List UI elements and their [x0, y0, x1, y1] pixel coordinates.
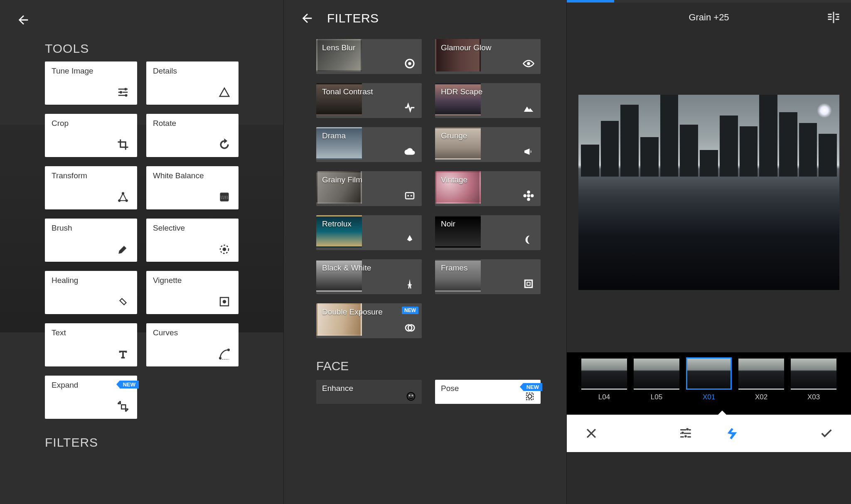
filter-black-white[interactable]: Black & White	[316, 259, 422, 294]
face-pose[interactable]: Pose NEW	[435, 380, 541, 404]
preset-x03[interactable]: X03	[791, 357, 836, 401]
text-icon	[116, 347, 130, 361]
tool-text[interactable]: Text	[45, 323, 137, 366]
filter-vintage[interactable]: Vintage	[435, 171, 541, 206]
filter-label: Grunge	[441, 131, 535, 140]
filters-header: FILTERS	[327, 11, 379, 25]
wb-icon	[217, 189, 232, 204]
eiffel-icon	[403, 278, 416, 290]
preview-image[interactable]	[578, 95, 839, 290]
apply-button[interactable]	[819, 425, 834, 441]
face-pose-icon	[524, 391, 536, 402]
filter-label: Lens Blur	[322, 43, 416, 52]
section-filters-title: FILTERS	[45, 435, 283, 450]
filter-label: Grainy Film	[322, 175, 416, 184]
filter-grainy-film[interactable]: Grainy Film	[316, 171, 422, 206]
preset-x01[interactable]: X01	[686, 357, 732, 401]
filter-hdr-scape[interactable]: HDR Scape	[435, 83, 541, 118]
tool-rotate[interactable]: Rotate	[146, 114, 239, 157]
filter-drama[interactable]: Drama	[316, 127, 422, 162]
tool-label: Rotate	[153, 119, 232, 128]
mountains-icon	[522, 101, 535, 114]
filter-noir[interactable]: Noir	[435, 215, 541, 250]
tool-healing[interactable]: Healing	[45, 271, 137, 314]
filter-grunge[interactable]: Grunge	[435, 127, 541, 162]
tool-label: Text	[52, 328, 130, 337]
face-label: Enhance	[322, 384, 416, 393]
crop-icon	[116, 137, 130, 152]
filter-double-exposure[interactable]: Double Exposure NEW	[316, 303, 422, 338]
tool-selective[interactable]: Selective	[146, 219, 239, 262]
tool-label: Transform	[52, 171, 130, 180]
face-enhance[interactable]: Enhance	[316, 380, 422, 404]
transform-icon	[116, 189, 130, 204]
section-tools-title: TOOLS	[45, 42, 283, 56]
tool-white-balance[interactable]: White Balance	[146, 166, 239, 209]
preset-label: X02	[755, 393, 767, 401]
filter-label: Noir	[441, 219, 535, 229]
tool-curves[interactable]: Curves	[146, 323, 239, 366]
back-button[interactable]	[299, 10, 315, 27]
back-button[interactable]	[15, 12, 32, 28]
preset-thumb	[686, 357, 732, 390]
tool-label: Curves	[153, 328, 232, 337]
section-face-title: FACE	[316, 359, 566, 373]
tool-brush[interactable]: Brush	[45, 219, 137, 262]
filter-lens-blur[interactable]: Lens Blur	[316, 39, 422, 74]
preset-thumb	[581, 357, 627, 390]
compare-icon[interactable]	[826, 10, 843, 27]
frame-icon	[522, 278, 535, 290]
new-badge: NEW	[523, 383, 542, 391]
filter-glamour-glow[interactable]: Glamour Glow	[435, 39, 541, 74]
pulse-icon	[403, 101, 416, 114]
healing-icon	[116, 294, 130, 309]
brush-icon	[116, 242, 130, 257]
filter-tonal-contrast[interactable]: Tonal Contrast	[316, 83, 422, 118]
megaphone-icon	[522, 145, 535, 158]
filter-retrolux[interactable]: Retrolux	[316, 215, 422, 250]
eye-icon	[522, 57, 535, 70]
filter-label: Black & White	[322, 263, 416, 273]
filter-label: Tonal Contrast	[322, 87, 416, 96]
tool-details[interactable]: Details	[146, 61, 239, 105]
filter-label: Retrolux	[322, 219, 416, 229]
preset-label: X01	[703, 393, 715, 401]
target-icon	[403, 57, 416, 70]
cloud-icon	[403, 145, 416, 158]
preset-thumb	[634, 357, 679, 390]
moon-icon	[522, 234, 535, 246]
tool-label: Details	[153, 66, 232, 76]
filter-label: Glamour Glow	[441, 43, 535, 52]
tool-tune-image[interactable]: Tune Image	[45, 61, 137, 105]
expand-icon	[116, 399, 130, 414]
styles-icon[interactable]	[724, 425, 740, 441]
tool-expand[interactable]: Expand NEW	[45, 376, 137, 419]
preset-label: L04	[598, 393, 610, 401]
filter-frames[interactable]: Frames	[435, 259, 541, 294]
tool-label: Tune Image	[52, 66, 130, 76]
preset-l04[interactable]: L04	[581, 357, 627, 401]
filter-label: Frames	[441, 263, 535, 273]
preset-l05[interactable]: L05	[634, 357, 679, 401]
vignette-icon	[217, 294, 232, 309]
rotate-icon	[217, 137, 232, 152]
tool-vignette[interactable]: Vignette	[146, 271, 239, 314]
tool-label: Vignette	[153, 276, 232, 285]
sliders-icon	[116, 85, 130, 100]
tool-transform[interactable]: Transform	[45, 166, 137, 209]
cancel-button[interactable]	[583, 425, 599, 441]
selective-icon	[217, 242, 232, 257]
curves-icon	[217, 347, 232, 361]
new-badge: NEW	[120, 381, 139, 388]
preset-x02[interactable]: X02	[738, 357, 784, 401]
adjustment-readout: Grain +25	[689, 12, 729, 23]
filter-label: HDR Scape	[441, 87, 535, 96]
filter-label: Drama	[322, 131, 416, 140]
tool-label: Healing	[52, 276, 130, 285]
film-icon	[403, 189, 416, 202]
preset-label: X03	[807, 393, 820, 401]
filter-label: Vintage	[441, 175, 535, 184]
tool-crop[interactable]: Crop	[45, 114, 137, 157]
tool-label: White Balance	[153, 171, 232, 180]
adjust-icon[interactable]	[678, 425, 694, 441]
